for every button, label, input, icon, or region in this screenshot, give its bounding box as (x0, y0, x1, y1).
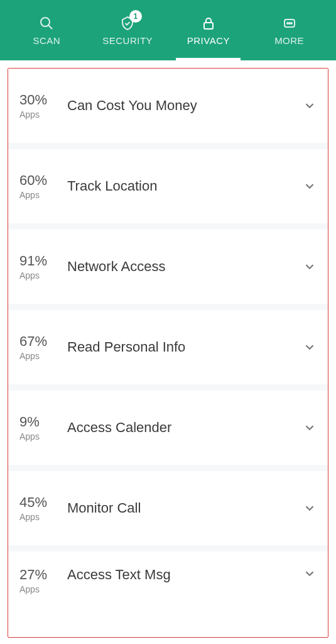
list-item[interactable]: 27% Apps Access Text Msg (8, 552, 328, 596)
pct-col: 60% Apps (19, 172, 62, 200)
more-icon (281, 15, 298, 31)
security-badge: 1 (129, 10, 142, 23)
row-title: Access Calender (62, 419, 303, 436)
chevron-down-icon (303, 179, 317, 193)
tab-security[interactable]: 1 SECURITY (87, 0, 168, 60)
tab-label: SCAN (33, 35, 61, 46)
pct-value: 91% (19, 253, 47, 269)
row-title: Can Cost You Money (62, 97, 303, 114)
top-tab-bar: SCAN 1 SECURITY PRIVACY MORE (0, 0, 336, 60)
chevron-down-icon (303, 567, 317, 580)
list-item[interactable]: 91% Apps Network Access (8, 230, 328, 310)
tab-label: SECURITY (102, 35, 153, 46)
pct-col: 91% Apps (19, 253, 62, 280)
chevron-down-icon (303, 99, 317, 113)
svg-point-4 (287, 23, 288, 24)
row-title: Access Text Msg (62, 567, 303, 583)
apps-label: Apps (19, 270, 40, 280)
pct-col: 45% Apps (19, 494, 62, 522)
svg-point-6 (291, 23, 292, 24)
tab-privacy[interactable]: PRIVACY (168, 0, 249, 60)
list-item[interactable]: 67% Apps Read Personal Info (8, 310, 328, 391)
apps-label: Apps (19, 190, 40, 200)
apps-label: Apps (19, 512, 40, 522)
privacy-list: 30% Apps Can Cost You Money 60% Apps Tra… (8, 68, 328, 638)
pct-value: 9% (19, 414, 40, 430)
svg-point-0 (41, 18, 50, 26)
svg-line-1 (48, 25, 52, 29)
row-title: Network Access (62, 258, 303, 275)
row-title: Track Location (62, 178, 303, 194)
apps-label: Apps (19, 431, 40, 441)
chevron-down-icon (303, 260, 317, 274)
chevron-down-icon (303, 340, 317, 354)
apps-label: Apps (19, 584, 40, 594)
list-item[interactable]: 60% Apps Track Location (8, 149, 328, 230)
list-item[interactable]: 30% Apps Can Cost You Money (8, 69, 328, 149)
pct-col: 9% Apps (19, 414, 62, 441)
chevron-down-icon (303, 501, 317, 515)
svg-point-5 (289, 23, 290, 24)
tab-label: MORE (274, 35, 304, 46)
pct-value: 60% (19, 172, 47, 189)
pct-value: 27% (19, 567, 47, 583)
pct-value: 45% (19, 494, 47, 511)
list-item[interactable]: 45% Apps Monitor Call (8, 471, 328, 552)
pct-col: 27% Apps (19, 567, 62, 594)
pct-col: 67% Apps (19, 333, 62, 361)
apps-label: Apps (19, 351, 40, 361)
search-icon (38, 15, 55, 31)
svg-rect-2 (204, 23, 213, 29)
tab-more[interactable]: MORE (249, 0, 330, 60)
pct-col: 30% Apps (19, 92, 62, 119)
shield-check-icon: 1 (119, 15, 136, 31)
list-item[interactable]: 9% Apps Access Calender (8, 391, 328, 471)
pct-value: 30% (19, 92, 47, 108)
row-title: Read Personal Info (62, 339, 303, 355)
tab-label: PRIVACY (187, 35, 230, 46)
pct-value: 67% (19, 333, 47, 350)
apps-label: Apps (19, 109, 40, 119)
lock-icon (200, 15, 217, 31)
row-title: Monitor Call (62, 500, 303, 516)
chevron-down-icon (303, 421, 317, 435)
tab-scan[interactable]: SCAN (6, 0, 87, 60)
